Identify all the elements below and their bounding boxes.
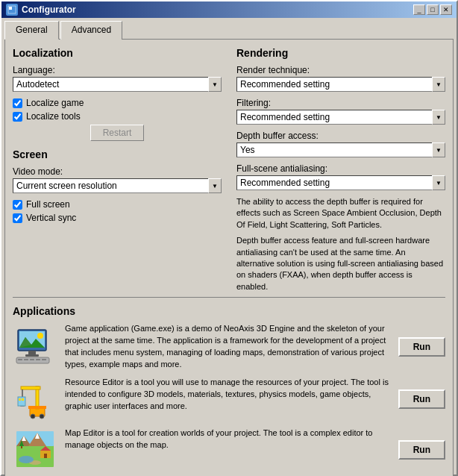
svg-rect-19 (21, 386, 40, 389)
depth-buffer-label: Depth buffer access: (236, 131, 445, 141)
applications-title: Applications (13, 305, 445, 317)
video-mode-label: Video mode: (13, 166, 222, 177)
svg-rect-10 (18, 359, 22, 360)
svg-rect-8 (25, 354, 39, 357)
window-content: General Advanced Localization Language: … (1, 18, 457, 476)
vsync-row: Vertical sync (13, 213, 222, 223)
localize-game-label[interactable]: Localize game (26, 98, 84, 108)
vsync-checkbox[interactable] (13, 213, 22, 223)
svg-rect-7 (28, 351, 36, 354)
vsync-label[interactable]: Vertical sync (26, 213, 76, 223)
filtering-combo-wrap: Recommended setting ▼ (236, 110, 445, 125)
svg-rect-24 (19, 398, 21, 401)
localize-game-row: Localize game (13, 98, 222, 108)
svg-rect-13 (36, 359, 40, 360)
render-technique-select[interactable]: Recommended setting (236, 77, 445, 92)
svg-rect-12 (30, 359, 34, 360)
svg-rect-22 (28, 406, 46, 409)
localize-game-checkbox[interactable] (13, 98, 22, 108)
depth-buffer-info: The ability to access the depth buffer i… (236, 196, 445, 231)
antialiasing-label: Full-scene antialiasing: (236, 163, 445, 174)
svg-rect-23 (18, 397, 25, 406)
main-window: Configurator _ □ ✕ General Advanced Loca… (0, 0, 458, 476)
svg-point-38 (19, 456, 34, 463)
language-combo-wrap: Autodetect ▼ (13, 77, 222, 92)
app-item-game: Game application (Game.exe) is a demo of… (13, 323, 445, 371)
antialiasing-select[interactable]: Recommended setting (236, 175, 445, 190)
svg-rect-11 (24, 359, 28, 360)
svg-point-16 (31, 414, 35, 419)
fullscreen-row: Full screen (13, 199, 222, 210)
svg-rect-14 (42, 359, 46, 360)
left-column: Localization Language: Autodetect ▼ Loca… (13, 47, 222, 292)
game-app-text: Game application (Game.exe) is a demo of… (65, 323, 391, 371)
map-run-button[interactable]: Run (398, 440, 445, 460)
close-button[interactable]: ✕ (440, 4, 452, 15)
map-editor-text: Map Editor is a tool for creation worlds… (65, 428, 391, 451)
render-technique-label: Render technique: (236, 65, 445, 75)
game-run-button[interactable]: Run (398, 337, 445, 357)
localize-tools-checkbox[interactable] (13, 112, 22, 122)
minimize-button[interactable]: _ (413, 4, 425, 15)
filtering-label: Filtering: (236, 98, 445, 108)
game-app-icon (13, 323, 57, 368)
render-technique-combo-wrap: Recommended setting ▼ (236, 77, 445, 92)
video-mode-select[interactable]: Current screen resolution (13, 178, 222, 193)
depth-buffer-select[interactable]: Yes (236, 143, 445, 157)
apps-divider (13, 297, 445, 298)
maximize-button[interactable]: □ (427, 4, 439, 15)
tab-advanced[interactable]: Advanced (60, 21, 122, 40)
tab-general[interactable]: General (4, 21, 59, 40)
svg-point-17 (40, 414, 44, 419)
screen-section: Screen Video mode: Current screen resolu… (13, 148, 222, 223)
app-item-resource: Resource Editor is a tool you will use t… (13, 377, 445, 422)
tab-bar: General Advanced (4, 21, 454, 40)
svg-rect-33 (21, 446, 22, 448)
main-two-col: Localization Language: Autodetect ▼ Loca… (13, 47, 445, 292)
antialiasing-info: Depth buffer access feature and full-scr… (236, 235, 445, 292)
rendering-title: Rendering (236, 47, 445, 59)
screen-title: Screen (13, 148, 222, 160)
resource-editor-text: Resource Editor is a tool you will use t… (65, 377, 391, 413)
video-mode-combo-wrap: Current screen resolution ▼ (13, 178, 222, 193)
restart-button[interactable]: Restart (90, 125, 145, 141)
right-column: Rendering Render technique: Recommended … (236, 47, 445, 292)
resource-run-button[interactable]: Run (398, 389, 445, 409)
tab-panel-general: Localization Language: Autodetect ▼ Loca… (4, 39, 454, 476)
antialiasing-combo-wrap: Recommended setting ▼ (236, 175, 445, 190)
svg-point-6 (37, 333, 43, 339)
svg-rect-1 (9, 7, 12, 10)
app-item-map: Map Editor is a tool for creation worlds… (13, 428, 445, 472)
localize-tools-label[interactable]: Localize tools (26, 111, 81, 122)
localization-title: Localization (13, 47, 222, 59)
depth-buffer-combo-wrap: Yes ▼ (236, 143, 445, 157)
fullscreen-checkbox[interactable] (13, 200, 22, 210)
svg-rect-25 (22, 398, 24, 401)
applications-section: Applications (13, 305, 445, 472)
filtering-select[interactable]: Recommended setting (236, 110, 445, 125)
resource-editor-icon (13, 377, 57, 422)
window-icon (6, 4, 18, 16)
language-label: Language: (13, 65, 222, 75)
localize-tools-row: Localize tools (13, 111, 222, 122)
fullscreen-label[interactable]: Full screen (26, 199, 70, 210)
title-bar: Configurator _ □ ✕ (1, 1, 457, 18)
svg-rect-36 (44, 454, 47, 458)
language-select[interactable]: Autodetect (13, 77, 222, 92)
map-editor-icon (13, 428, 57, 472)
window-title: Configurator (22, 4, 76, 15)
